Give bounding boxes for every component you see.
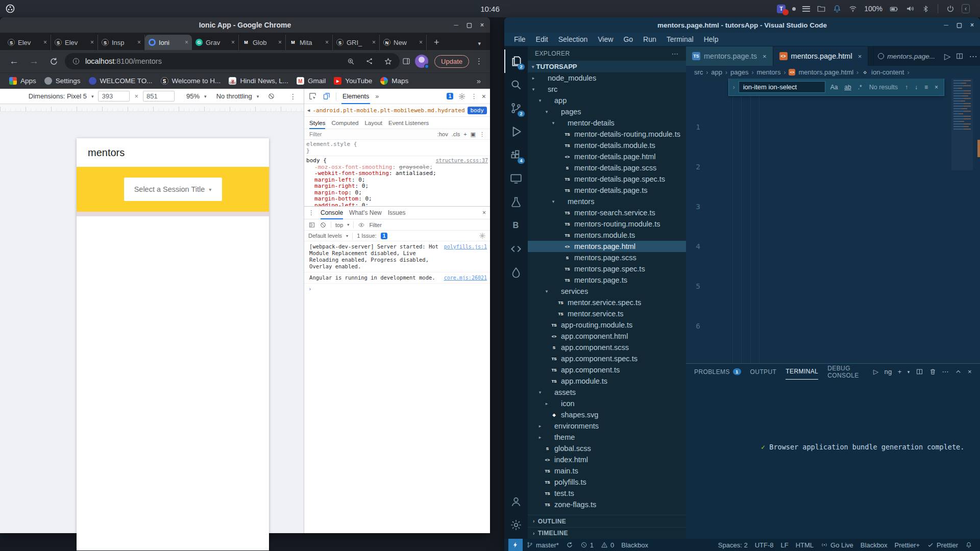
device-toolbar-menu-icon[interactable]: ⋮ bbox=[289, 92, 297, 101]
code-line[interactable]: 6 bbox=[686, 321, 951, 332]
tree-item[interactable]: <> index.html bbox=[528, 454, 686, 465]
tree-item[interactable]: ▾ services bbox=[528, 286, 686, 297]
tree-item[interactable]: TS app-routing.module.ts bbox=[528, 319, 686, 331]
tab-close-icon[interactable]: × bbox=[858, 53, 862, 60]
activity-icon[interactable]: 2 bbox=[504, 49, 528, 73]
tree-item[interactable]: TS mentors.page.spec.ts bbox=[528, 263, 686, 274]
menu-item[interactable]: View bbox=[593, 34, 618, 44]
breadcrumb-item[interactable]: <> mentors.page.html › bbox=[789, 68, 859, 76]
close-panel-icon[interactable]: × bbox=[968, 368, 972, 375]
styles-filter-input[interactable]: Filter bbox=[309, 131, 322, 137]
device-dimensions-select[interactable]: Dimensions: Pixel 5 bbox=[29, 92, 87, 100]
tree-item[interactable]: TS mentor-details-routing.module.ts bbox=[528, 129, 686, 140]
tree-item[interactable]: S app.component.scss bbox=[528, 342, 686, 353]
menu-item[interactable]: Run bbox=[639, 34, 661, 44]
tree-item[interactable]: ▸ node_modules bbox=[528, 72, 686, 84]
activity-icon[interactable] bbox=[504, 237, 528, 261]
browser-tab[interactable]: Ioni × bbox=[145, 35, 192, 50]
status-item[interactable]: LF bbox=[777, 539, 792, 551]
chrome-menu-icon[interactable]: ⋮ bbox=[473, 57, 485, 66]
device-zoom-select[interactable]: 95% bbox=[186, 92, 200, 100]
side-panel-icon[interactable] bbox=[402, 57, 411, 66]
status-item[interactable]: 1 bbox=[577, 539, 597, 551]
console-settings-icon[interactable] bbox=[479, 232, 486, 239]
replace-toggle-icon[interactable]: › bbox=[733, 84, 735, 91]
code-line[interactable]: 5 </ion-header> bbox=[686, 282, 951, 292]
browser-tab[interactable]: S Elev × bbox=[4, 35, 51, 50]
maximize-panel-icon[interactable] bbox=[954, 368, 962, 375]
minimize-button[interactable]: ─ bbox=[454, 21, 458, 29]
panel-tab[interactable]: TERMINAL bbox=[786, 364, 818, 380]
tree-item[interactable]: TS mentors.module.ts bbox=[528, 230, 686, 241]
tree-item[interactable]: ▾ mentors bbox=[528, 196, 686, 207]
status-item[interactable]: Spaces: 2 bbox=[715, 539, 751, 551]
panel-tab[interactable]: DEBUG CONSOLE bbox=[827, 364, 864, 380]
match-case-button[interactable]: Aa bbox=[829, 83, 840, 91]
console-message[interactable]: [webpack-dev-server] Server started: Hot… bbox=[304, 241, 490, 272]
workspace-root-row[interactable]: ▾ TUTORSAPP bbox=[528, 61, 686, 72]
tab-close-icon[interactable]: × bbox=[325, 39, 329, 46]
minimize-button[interactable]: ─ bbox=[944, 21, 948, 29]
new-tab-button[interactable]: + bbox=[427, 37, 447, 50]
menu-item[interactable]: Edit bbox=[531, 34, 553, 44]
status-item[interactable] bbox=[562, 539, 577, 551]
explorer-menu-icon[interactable]: ⋯ bbox=[672, 49, 679, 58]
bookmark-star-icon[interactable] bbox=[384, 57, 393, 66]
activity-icon[interactable] bbox=[504, 73, 528, 96]
tree-item[interactable]: TS mentor.service.spec.ts bbox=[528, 297, 686, 308]
filter-menu-icon[interactable]: ⋮ bbox=[479, 131, 485, 138]
browser-tab[interactable]: S Insp × bbox=[98, 35, 145, 50]
zoom-icon[interactable] bbox=[347, 57, 355, 66]
device-toggle-icon[interactable] bbox=[322, 92, 331, 101]
code-line[interactable]: 3 <ion-title>mentors</ion-title> bbox=[686, 202, 951, 212]
find-in-selection-icon[interactable]: ≡ bbox=[923, 83, 929, 91]
console-filter-input[interactable]: Filter bbox=[369, 222, 381, 228]
split-editor-icon[interactable] bbox=[955, 52, 964, 60]
bookmark-item[interactable]: M Gmail bbox=[292, 76, 330, 86]
browser-tab[interactable]: S Elev × bbox=[51, 35, 98, 50]
throttling-select[interactable]: No throttling bbox=[216, 92, 252, 100]
tree-item[interactable]: ▸ environments bbox=[528, 420, 686, 432]
devtools-menu-icon[interactable]: ⋮ bbox=[471, 92, 477, 100]
tree-item[interactable]: ▸ icon bbox=[528, 398, 686, 409]
tab-close-icon[interactable]: × bbox=[137, 39, 141, 46]
tree-item[interactable]: TS app.component.ts bbox=[528, 364, 686, 375]
terminal-profile[interactable]: ng bbox=[884, 368, 892, 375]
close-button[interactable]: × bbox=[970, 21, 974, 29]
chrome-titlebar[interactable]: Ionic App - Google Chrome ─ ▢ × bbox=[0, 17, 490, 33]
console-message[interactable]: Angular is running in development mode. … bbox=[304, 272, 490, 284]
console-menu-icon[interactable]: ⋮ bbox=[308, 209, 314, 216]
outline-section[interactable]: › OUTLINE bbox=[528, 515, 686, 527]
console-tab[interactable]: Issues bbox=[388, 209, 406, 216]
panel-tab[interactable]: OUTPUT bbox=[750, 364, 777, 380]
terminal-launch-icon[interactable]: ▷ bbox=[873, 368, 878, 375]
tab-close-icon[interactable]: × bbox=[372, 39, 376, 46]
profile-avatar[interactable] bbox=[415, 55, 428, 68]
clear-console-icon[interactable] bbox=[320, 221, 327, 229]
tree-item[interactable]: <> app.component.html bbox=[528, 331, 686, 342]
browser-tab[interactable]: M Glob × bbox=[239, 35, 286, 50]
menu-item[interactable]: Terminal bbox=[662, 34, 698, 44]
breadcrumb-item[interactable]: pages › bbox=[730, 68, 753, 76]
log-levels-select[interactable]: Default levels bbox=[308, 233, 342, 239]
browser-tab[interactable]: N New × bbox=[380, 35, 427, 50]
tree-item[interactable]: TS test.ts bbox=[528, 488, 686, 499]
activity-icon[interactable] bbox=[504, 261, 528, 284]
cls-toggle[interactable]: .cls bbox=[452, 131, 460, 138]
browser-tab[interactable]: G Grav × bbox=[192, 35, 239, 50]
bookmark-item[interactable]: S Welcome to H... bbox=[157, 76, 225, 86]
tab-elements[interactable]: Elements bbox=[341, 89, 370, 104]
minimap[interactable] bbox=[951, 79, 973, 170]
code-line[interactable]: 1 <ion-header [translucent]="true"> bbox=[686, 122, 951, 133]
bookmark-item[interactable]: Settings bbox=[40, 76, 85, 86]
address-bar[interactable]: localhost:8100/mentors bbox=[65, 53, 400, 69]
collapse-arrow-icon[interactable]: ◀ bbox=[307, 108, 310, 113]
grid-icon[interactable]: ▣ bbox=[471, 131, 476, 138]
activity-icon[interactable] bbox=[504, 490, 528, 513]
terminal-dropdown-icon[interactable]: ▾ bbox=[908, 369, 910, 374]
body-rule[interactable]: body { bbox=[306, 157, 327, 164]
bookmark-item[interactable]: ह Hindi News, L... bbox=[225, 76, 292, 86]
element-classes[interactable]: -android.plt-mobile.plt-mobileweb.md.hyd… bbox=[312, 107, 464, 114]
status-item[interactable]: Prettier bbox=[923, 539, 962, 551]
bookmark-item[interactable]: ▸ YouTube bbox=[330, 76, 376, 86]
